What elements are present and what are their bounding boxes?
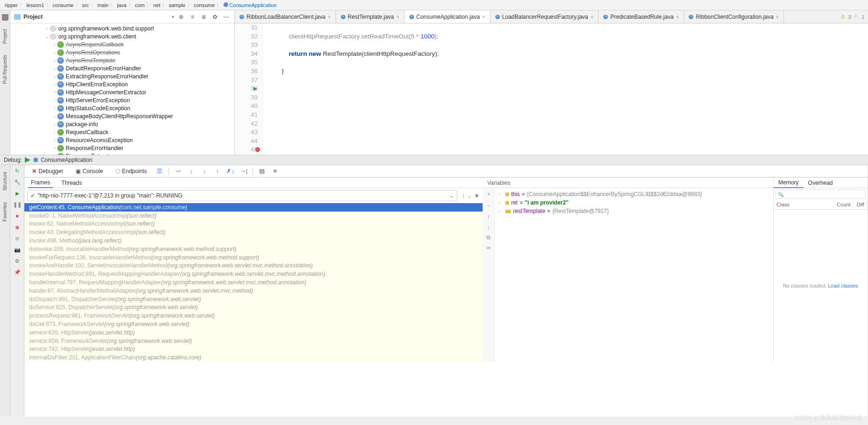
- stack-frame[interactable]: getContent:45, ConsumeApplication (com.n…: [24, 203, 483, 212]
- locate-icon[interactable]: ⊕: [177, 13, 185, 21]
- line-gutter[interactable]: 313233343536373839404142434445464748 ▶: [235, 23, 263, 155]
- run-gutter-icon[interactable]: ▶: [253, 84, 257, 93]
- debugger-tab[interactable]: ✖Debugger: [28, 167, 67, 176]
- stack-frame[interactable]: doService:925, DispatcherServlet (org.sp…: [24, 304, 483, 312]
- variable-row[interactable]: ›=ret = "i am provider2": [499, 198, 769, 207]
- tree-class-item[interactable]: ›ResponseErrorHandler: [10, 144, 234, 152]
- copy-icon[interactable]: ⧉: [486, 234, 491, 241]
- tree-package[interactable]: ⌄org.springframework.web.client: [10, 32, 234, 40]
- tree-class-item[interactable]: ›HttpClientErrorException: [10, 80, 234, 88]
- frames-list[interactable]: getContent:45, ConsumeApplication (com.n…: [24, 203, 483, 362]
- evaluate-icon[interactable]: ▤: [258, 167, 266, 175]
- console-tab[interactable]: ▣Console: [72, 167, 107, 176]
- project-tool-tab[interactable]: Project: [1, 26, 8, 46]
- stop-icon[interactable]: ■: [14, 212, 21, 220]
- breadcrumb-item[interactable]: java: [115, 2, 128, 8]
- tree-class-item[interactable]: ›package-info: [10, 120, 234, 128]
- overhead-tab[interactable]: Overhead: [803, 178, 837, 188]
- breadcrumb-item[interactable]: ripper: [3, 2, 20, 8]
- stack-frame[interactable]: doGet:873, FrameworkServlet (org.springf…: [24, 320, 483, 328]
- expand-icon[interactable]: ≡: [188, 13, 197, 21]
- load-classes-link[interactable]: Load classes: [828, 283, 858, 288]
- editor-tab[interactable]: RibbonLoadBalancerClient.java×: [235, 10, 336, 23]
- tree-class-item[interactable]: ›HttpStatusCodeException: [10, 104, 234, 112]
- tree-class-item[interactable]: ›RequestCallback: [10, 128, 234, 136]
- memory-tab[interactable]: Memory: [774, 178, 803, 188]
- close-icon[interactable]: ×: [776, 14, 779, 20]
- force-step-into-icon[interactable]: ↓: [200, 167, 208, 175]
- stack-frame[interactable]: invokeAndHandle:102, ServletInvocableHan…: [24, 262, 483, 270]
- tree-class-item[interactable]: ›HttpMessageConverterExtractor: [10, 88, 234, 96]
- editor-tab[interactable]: PredicateBasedRule.java×: [599, 10, 684, 23]
- editor-tab[interactable]: ConsumeApplication.java×: [405, 10, 491, 23]
- stack-frame[interactable]: service:858, FrameworkServlet (org.sprin…: [24, 337, 483, 345]
- breadcrumb-item[interactable]: consume: [51, 2, 76, 8]
- tree-class-item[interactable]: ›AsyncRestOperations: [10, 48, 234, 56]
- stack-frame[interactable]: internalDoFilter:231, ApplicationFilterC…: [24, 353, 483, 362]
- chevron-down-icon[interactable]: ▾: [172, 14, 174, 19]
- remove-watch-icon[interactable]: －: [486, 202, 492, 210]
- breadcrumb-item[interactable]: consume: [192, 2, 217, 8]
- thread-selector[interactable]: ✔ "http-nio-7777-exec-1"@7,213 in group …: [27, 190, 457, 201]
- code-editor[interactable]: 313233343536373839404142434445464748 ▶ c…: [235, 23, 868, 155]
- close-icon[interactable]: ×: [591, 14, 593, 20]
- editor-tab[interactable]: RibbonClientConfiguration.java×: [684, 10, 784, 23]
- step-over-icon[interactable]: ⤻: [174, 167, 182, 175]
- tree-class-item[interactable]: ›AsyncRequestCallback: [10, 40, 234, 48]
- code-lines[interactable]: clientHttpRequestFactory.setReadTimeOut(…: [263, 23, 868, 155]
- stack-frame[interactable]: handleInternal:797, RequestMappingHandle…: [24, 278, 483, 287]
- rerun-icon[interactable]: ↻: [14, 167, 21, 175]
- tree-class-item[interactable]: ›MessageBodyClientHttpResponseWrapper: [10, 112, 234, 120]
- structure-tab[interactable]: Structure: [1, 169, 8, 194]
- breadcrumb-item-current[interactable]: ConsumeApplication: [222, 2, 279, 8]
- pin-icon[interactable]: 📌: [14, 268, 21, 276]
- prev-frame-icon[interactable]: ↑: [462, 192, 465, 199]
- breakpoint-icon[interactable]: [255, 147, 260, 152]
- camera-icon[interactable]: 📷: [14, 246, 21, 253]
- tree-class-item[interactable]: ›ResponseExtractor: [10, 152, 234, 155]
- breadcrumb-item[interactable]: sample: [167, 2, 187, 8]
- breadcrumb-item[interactable]: net: [151, 2, 162, 8]
- drop-frame-icon[interactable]: ✗↓: [226, 167, 235, 175]
- add-watch-icon[interactable]: ＋: [486, 190, 492, 198]
- stack-frame[interactable]: invokeHandlerMethod:891, RequestMappingH…: [24, 270, 483, 278]
- breadcrumb-item[interactable]: lesson1: [24, 2, 46, 8]
- mute-breakpoints-icon[interactable]: ⊘: [14, 235, 21, 242]
- tree-class-item[interactable]: ›ResourceAccessException: [10, 136, 234, 144]
- chevron-down-icon[interactable]: ⌄: [449, 192, 454, 199]
- stack-frame[interactable]: doInvoke:209, InvocableHandlerMethod (or…: [24, 245, 483, 253]
- view-breakpoints-icon[interactable]: ◉: [14, 223, 21, 231]
- col-class[interactable]: Class: [774, 200, 834, 209]
- show-execution-icon[interactable]: ☰: [155, 167, 164, 175]
- breadcrumb-item[interactable]: src: [80, 2, 91, 8]
- tree-class-item[interactable]: ›DefaultResponseErrorHandler: [10, 64, 234, 72]
- step-into-icon[interactable]: ↓: [187, 167, 195, 175]
- settings-icon[interactable]: ✿: [211, 13, 219, 21]
- variable-row[interactable]: ›oorestTemplate = {RestTemplate@7927}: [499, 207, 769, 215]
- tree-package[interactable]: ›org.springframework.web.bind.support: [10, 24, 234, 32]
- resume-icon[interactable]: ▶: [14, 190, 21, 197]
- breadcrumb-item[interactable]: com: [133, 2, 146, 8]
- close-icon[interactable]: ×: [676, 14, 679, 20]
- warnings-indicator[interactable]: ⚠: [841, 14, 845, 20]
- next-frame-icon[interactable]: ↓: [468, 192, 471, 199]
- stack-frame[interactable]: service:635, HttpServlet (javax.servlet.…: [24, 328, 483, 337]
- close-icon[interactable]: ×: [328, 14, 330, 20]
- favorites-tab[interactable]: Favorites: [1, 199, 8, 224]
- editor-tab[interactable]: LoadBalancerRequestFactory.java×: [491, 10, 599, 23]
- filter-icon[interactable]: ▼: [474, 192, 480, 199]
- pause-icon[interactable]: ❚❚: [14, 201, 21, 208]
- frames-tab[interactable]: Frames: [28, 178, 53, 188]
- trace-icon[interactable]: ≡: [271, 167, 279, 175]
- project-tool-icon[interactable]: [2, 14, 8, 21]
- step-out-icon[interactable]: ↑: [213, 167, 222, 175]
- stack-frame[interactable]: invoke:43, DelegatingMethodAccessorImpl …: [24, 228, 483, 236]
- debug-config-name[interactable]: ConsumeApplication: [41, 157, 92, 163]
- variable-row[interactable]: ›=this = {ConsumeApplication$$EnhancerBy…: [499, 190, 769, 198]
- pull-requests-tab[interactable]: Pull Requests: [1, 52, 8, 87]
- tree-class-item[interactable]: ›ExtractingResponseErrorHandler: [10, 72, 234, 80]
- memory-search[interactable]: 🔍: [776, 190, 866, 199]
- stack-frame[interactable]: invoke0:-1, NativeMethodAccessorImpl (su…: [24, 212, 483, 220]
- col-count[interactable]: Count: [834, 200, 853, 209]
- editor-tab[interactable]: RestTemplate.java×: [336, 10, 405, 23]
